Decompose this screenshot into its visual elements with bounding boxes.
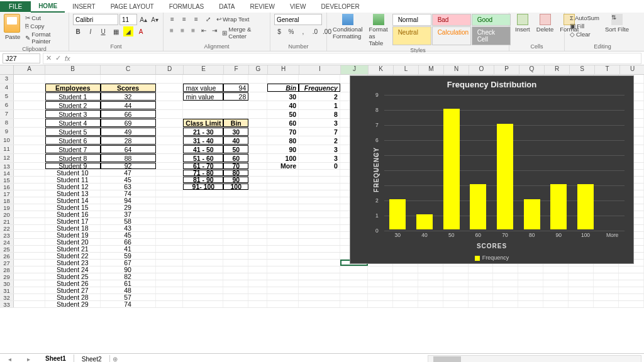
cell[interactable] (223, 110, 248, 118)
cell[interactable]: 81 - 90 (183, 177, 223, 183)
cell[interactable] (156, 273, 184, 280)
row-header[interactable]: 21 (0, 218, 14, 224)
row-header[interactable]: 6 (0, 101, 14, 109)
cell[interactable] (14, 119, 45, 127)
cell[interactable] (267, 294, 299, 300)
cell[interactable] (619, 287, 644, 293)
cell[interactable] (368, 280, 393, 287)
cell[interactable]: Student 13 (45, 190, 101, 197)
cell[interactable]: 88 (101, 154, 156, 162)
cell[interactable]: Student 2 (45, 101, 101, 109)
cell[interactable] (183, 204, 223, 211)
underline-button[interactable]: U (98, 26, 108, 36)
cell[interactable] (619, 273, 644, 280)
cell[interactable] (393, 273, 418, 280)
cell[interactable] (223, 190, 248, 197)
cell[interactable] (299, 260, 340, 266)
cell[interactable]: 67 (101, 260, 156, 266)
cell[interactable]: More (267, 163, 299, 169)
delete-cells-button[interactable]: Delete (535, 14, 555, 33)
cell[interactable] (418, 273, 443, 280)
cell[interactable] (156, 170, 184, 176)
col-header-T[interactable]: T (595, 65, 620, 74)
row-header[interactable]: 11 (0, 145, 14, 153)
cell[interactable] (569, 287, 594, 293)
style-normal[interactable]: Normal (392, 14, 431, 26)
col-header-A[interactable]: A (14, 65, 45, 74)
cell[interactable]: 70 (267, 128, 299, 136)
row-header[interactable]: 30 (0, 280, 14, 287)
row-header[interactable]: 22 (0, 225, 14, 231)
cell[interactable]: Student 24 (45, 266, 101, 273)
cell[interactable] (183, 253, 223, 259)
cell[interactable] (183, 75, 223, 83)
wrap-text-button[interactable]: ↩Wrap Text (215, 14, 250, 24)
cell[interactable] (223, 273, 248, 280)
cell[interactable] (267, 170, 299, 176)
cell[interactable]: Student 9 (45, 163, 101, 169)
cell[interactable]: 1 (299, 101, 340, 109)
col-header-O[interactable]: O (469, 65, 494, 74)
cell[interactable] (14, 232, 45, 238)
cell[interactable] (248, 190, 267, 197)
cell[interactable] (267, 253, 299, 259)
cell[interactable] (223, 253, 248, 259)
cell[interactable] (267, 184, 299, 190)
cell[interactable] (368, 266, 393, 273)
cell[interactable] (183, 101, 223, 109)
col-header-L[interactable]: L (394, 65, 419, 74)
orientation-icon[interactable]: ⤢ (203, 14, 213, 24)
cell[interactable] (569, 301, 594, 307)
row-header[interactable]: 23 (0, 232, 14, 238)
cell[interactable] (223, 211, 248, 217)
cell[interactable] (518, 294, 543, 300)
cell[interactable] (156, 163, 184, 169)
cell[interactable] (518, 280, 543, 287)
cell[interactable] (299, 301, 340, 307)
row-header[interactable]: 9 (0, 128, 14, 136)
cell[interactable] (14, 75, 45, 83)
cell[interactable]: Bin (267, 84, 299, 92)
cell[interactable] (418, 294, 443, 300)
cell[interactable] (183, 287, 223, 293)
cell[interactable]: 51 - 60 (183, 154, 223, 162)
cell[interactable] (156, 119, 184, 127)
cell[interactable] (518, 266, 543, 273)
fill-color-button[interactable]: ◢ (123, 26, 133, 36)
cell[interactable] (267, 225, 299, 231)
cell[interactable] (156, 287, 184, 293)
cell[interactable]: 31 - 40 (183, 136, 223, 145)
cell[interactable] (156, 253, 184, 259)
cell[interactable] (543, 301, 569, 307)
cell[interactable]: Student 18 (45, 225, 101, 231)
row-header[interactable]: 26 (0, 253, 14, 259)
select-all-corner[interactable] (0, 65, 14, 74)
cell[interactable] (248, 84, 267, 92)
cell[interactable] (156, 266, 184, 273)
cell[interactable] (14, 184, 45, 190)
col-header-M[interactable]: M (419, 65, 444, 74)
cell[interactable]: 45 (101, 177, 156, 183)
bold-button[interactable]: B (73, 26, 83, 36)
row-header[interactable]: 28 (0, 266, 14, 273)
cell[interactable] (183, 301, 223, 307)
indent-inc-icon[interactable]: ⇥ (210, 25, 219, 35)
cell[interactable]: Student 25 (45, 273, 101, 280)
cell[interactable] (156, 204, 184, 211)
row-header[interactable]: 18 (0, 197, 14, 204)
cell[interactable] (619, 280, 644, 287)
cell[interactable] (569, 280, 594, 287)
number-format-select[interactable] (274, 14, 322, 25)
row-header[interactable]: 12 (0, 154, 14, 162)
cell[interactable] (156, 92, 184, 101)
tab-review[interactable]: REVIEW (242, 1, 282, 12)
sheet-nav-last-icon[interactable]: ▸ (27, 356, 30, 362)
cell[interactable]: Student 4 (45, 119, 101, 127)
cell[interactable] (267, 246, 299, 252)
col-header-U[interactable]: U (620, 65, 644, 74)
row-header[interactable]: 24 (0, 239, 14, 245)
cell[interactable] (493, 294, 518, 300)
cell[interactable]: 66 (101, 110, 156, 118)
font-name-select[interactable] (73, 14, 118, 25)
col-header-K[interactable]: K (369, 65, 394, 74)
